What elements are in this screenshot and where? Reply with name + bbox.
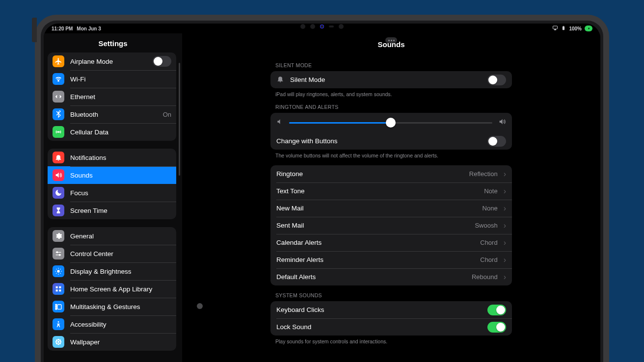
silent-mode-toggle[interactable]	[487, 75, 506, 85]
svg-rect-12	[57, 305, 61, 309]
chevron-right-icon: ›	[504, 170, 506, 179]
sidebar-group-network: Airplane Mode Wi-Fi Ethernet	[48, 52, 176, 141]
reminder-alerts-row[interactable]: Reminder Alerts Chord ›	[270, 251, 512, 268]
silent-footer: iPad will play ringtones, alerts, and sy…	[270, 88, 512, 97]
bluetooth-icon	[53, 108, 64, 120]
sidebar-item-cellular[interactable]: Cellular Data	[48, 123, 176, 141]
calendar-alerts-row[interactable]: Calendar Alerts Chord ›	[270, 234, 512, 251]
sent-mail-row[interactable]: Sent Mail Swoosh ›	[270, 217, 512, 234]
sidebar-item-bluetooth[interactable]: Bluetooth On	[48, 105, 176, 123]
silent-card: Silent Mode	[270, 71, 512, 88]
sidebar-item-general[interactable]: General	[48, 227, 176, 245]
svg-point-21	[60, 341, 61, 342]
sliders-icon	[53, 248, 64, 259]
system-sounds-header: System Sounds	[270, 285, 512, 301]
sidebar-item-control-center[interactable]: Control Center	[48, 245, 176, 262]
new-mail-row[interactable]: New Mail None ›	[270, 200, 512, 217]
cellular-icon	[53, 126, 64, 138]
sidebar-item-focus[interactable]: Focus	[48, 184, 176, 202]
detail-pane: Sounds Silent Mode Silent Mode iPad will…	[182, 33, 600, 362]
chevron-right-icon: ›	[504, 204, 506, 213]
svg-rect-11	[59, 289, 61, 291]
silent-mode-row[interactable]: Silent Mode	[270, 71, 512, 88]
svg-point-25	[59, 343, 61, 344]
sidebar-item-ethernet[interactable]: Ethernet	[48, 88, 176, 105]
sidebar-item-home-screen[interactable]: Home Screen & App Library	[48, 280, 176, 298]
brightness-icon	[53, 265, 64, 277]
chevron-right-icon: ›	[504, 221, 506, 230]
gear-icon	[53, 230, 64, 242]
svg-point-17	[57, 341, 59, 343]
keyboard-clicks-toggle[interactable]	[487, 305, 506, 315]
speaker-icon	[53, 169, 64, 181]
change-with-buttons-row[interactable]: Change with Buttons	[270, 132, 512, 150]
sidebar-item-display[interactable]: Display & Brightness	[48, 262, 176, 280]
chevron-right-icon: ›	[504, 187, 506, 196]
flower-icon	[53, 336, 64, 348]
sidebar-group-general: General Control Center Display & Brightn…	[48, 227, 176, 351]
svg-point-19	[57, 343, 59, 345]
svg-point-6	[59, 254, 60, 256]
accessibility-icon	[53, 318, 64, 330]
lock-sound-toggle[interactable]	[487, 322, 506, 333]
wifi-icon	[53, 73, 64, 85]
assistive-touch-dot[interactable]	[197, 303, 203, 309]
moon-icon	[53, 187, 64, 199]
svg-point-7	[57, 270, 59, 272]
svg-point-3	[58, 80, 59, 81]
svg-rect-14	[55, 306, 57, 308]
lock-sound-row[interactable]: Lock Sound	[270, 318, 512, 336]
volume-slider-row	[270, 113, 512, 132]
sidebar-group-attention: Notifications Sounds Focus Screen T	[48, 149, 176, 219]
ringalerts-card: Change with Buttons	[270, 113, 512, 150]
ipad-frame: 11:20 PM Mon Jun 3 100% Settings	[35, 15, 609, 362]
change-buttons-toggle[interactable]	[487, 136, 506, 147]
scrollbar[interactable]	[179, 63, 180, 176]
ringalerts-footer: The volume buttons will not affect the v…	[270, 150, 512, 158]
svg-point-18	[57, 339, 59, 340]
ethernet-icon	[53, 91, 64, 103]
chevron-right-icon: ›	[504, 238, 506, 247]
sidebar-item-notifications[interactable]: Notifications	[48, 149, 176, 166]
settings-sidebar: Settings Airplane Mode Wi-Fi	[44, 33, 182, 362]
sidebar-item-accessibility[interactable]: Accessibility	[48, 315, 176, 333]
svg-point-23	[59, 339, 61, 341]
airplane-icon	[53, 55, 64, 67]
volume-high-icon	[498, 118, 506, 128]
volume-low-icon	[276, 118, 283, 127]
sidebar-item-sounds[interactable]: Sounds	[48, 166, 176, 184]
silent-header: Silent Mode	[270, 55, 512, 71]
bell-icon	[276, 75, 284, 84]
sidebar-item-screentime[interactable]: Screen Time	[48, 202, 176, 219]
apps-grid-icon	[53, 283, 64, 295]
svg-rect-9	[59, 286, 61, 288]
keyboard-clicks-row[interactable]: Keyboard Clicks	[270, 301, 512, 318]
sidebar-item-wallpaper[interactable]: Wallpaper	[48, 333, 176, 351]
ringtone-row[interactable]: Ringtone Reflection ›	[270, 165, 512, 182]
svg-rect-10	[56, 289, 58, 291]
chevron-right-icon: ›	[504, 256, 506, 264]
text-tone-row[interactable]: Text Tone Note ›	[270, 182, 512, 200]
volume-slider[interactable]	[289, 122, 492, 124]
sidebar-item-multitasking[interactable]: Multitasking & Gestures	[48, 298, 176, 315]
airplane-toggle[interactable]	[153, 56, 171, 67]
tones-card: Ringtone Reflection › Text Tone Note › N…	[270, 165, 512, 285]
hourglass-icon	[53, 205, 64, 216]
sidebar-item-wifi[interactable]: Wi-Fi	[48, 70, 176, 88]
svg-point-24	[56, 343, 57, 344]
camera-notch	[44, 24, 600, 30]
screen: 11:20 PM Mon Jun 3 100% Settings	[44, 24, 600, 362]
default-alerts-row[interactable]: Default Alerts Rebound ›	[270, 268, 512, 285]
svg-point-5	[56, 252, 58, 253]
svg-point-16	[58, 321, 59, 323]
hardware-button	[32, 18, 37, 42]
multitask-dots[interactable]	[385, 37, 397, 43]
svg-point-4	[58, 131, 59, 132]
ringalerts-header: Ringtone and Alerts	[270, 97, 512, 113]
sidebar-title: Settings	[48, 36, 178, 52]
sidebar-item-airplane[interactable]: Airplane Mode	[48, 52, 176, 70]
chevron-right-icon: ›	[504, 273, 506, 282]
svg-rect-13	[55, 304, 57, 306]
svg-point-22	[56, 339, 57, 341]
system-sounds-footer: Play sounds for system controls and inte…	[270, 336, 512, 344]
